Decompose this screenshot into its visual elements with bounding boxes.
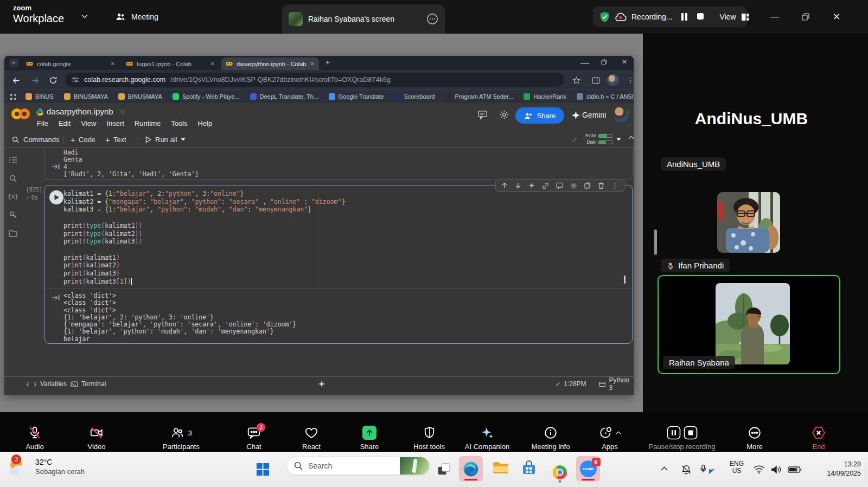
files-folder-icon[interactable] — [8, 228, 18, 238]
browser-menu-kebab-icon[interactable]: ⋮ — [624, 74, 634, 87]
apps-button[interactable]: Apps — [587, 414, 633, 450]
taskbar-ms-store-icon[interactable] — [521, 460, 537, 476]
battery-icon[interactable] — [788, 466, 802, 473]
gemini-sparkle-icon[interactable] — [571, 111, 580, 120]
side-panel-icon[interactable] — [589, 74, 602, 87]
run-all-button[interactable]: Run all — [145, 131, 186, 148]
bookmark-item[interactable]: BINUSMAYA — [118, 93, 162, 100]
do-not-disturb-bell-icon[interactable] — [680, 464, 692, 476]
variables-pane-button[interactable]: { }Variables — [26, 377, 67, 391]
bookmark-item[interactable]: BINUSMAYA — [64, 93, 108, 100]
back-icon[interactable] — [10, 74, 23, 87]
forward-icon[interactable] — [28, 74, 41, 87]
taskbar-file-explorer-icon[interactable] — [493, 462, 509, 476]
bookmark-item[interactable]: Program ATM Seder... — [445, 93, 513, 100]
security-shield-icon[interactable] — [599, 11, 610, 23]
bookmark-item[interactable]: stdio.h « C / ANSI-C — [577, 93, 634, 100]
menu-help[interactable]: Help — [198, 119, 213, 127]
colab-account-avatar[interactable] — [613, 106, 629, 123]
gemini-label[interactable]: Gemini — [582, 111, 606, 119]
tray-expand-chevron-icon[interactable] — [661, 466, 668, 471]
apps-grid-icon[interactable] — [10, 93, 17, 100]
wifi-icon[interactable] — [753, 465, 765, 474]
menu-file[interactable]: File — [37, 119, 48, 127]
chat-button[interactable]: 3 Chat — [233, 414, 275, 450]
colab-logo-icon[interactable] — [11, 108, 30, 120]
meeting-info-button[interactable]: Meeting info — [522, 414, 579, 450]
tray-language-switcher[interactable]: ENG US — [727, 460, 746, 475]
bookmark-item[interactable]: Google Translate — [329, 93, 384, 100]
resources-dropdown-icon[interactable] — [616, 138, 621, 141]
tray-clock[interactable]: 13:28 14/09/2025 — [811, 460, 861, 478]
editor-overview-marker[interactable] — [624, 275, 626, 284]
panel-scrollbar[interactable] — [654, 229, 657, 255]
menu-view[interactable]: View — [81, 119, 96, 127]
notebook-filename[interactable]: dasarpython.ipynb — [47, 107, 113, 116]
comments-icon[interactable] — [477, 110, 488, 120]
bookmark-item[interactable]: BINUS — [25, 93, 54, 100]
bookmark-item[interactable]: DeepL Translate: Th... — [250, 93, 318, 100]
window-minimize-button[interactable]: — — [762, 0, 787, 34]
browser-close-button[interactable]: ✕ — [622, 58, 627, 66]
reload-icon[interactable] — [47, 74, 60, 87]
run-cell-button[interactable] — [49, 190, 63, 204]
taskbar-zoom-icon[interactable]: zoom 6 — [576, 456, 600, 482]
new-tab-button[interactable]: + — [326, 58, 330, 67]
browser-tab-1[interactable]: colab.google ✕ — [22, 57, 119, 70]
colab-share-button[interactable]: Share — [515, 107, 564, 124]
site-info-icon[interactable] — [72, 76, 79, 84]
participant-tile-1[interactable]: AndiNus_UMB — [661, 157, 726, 171]
mic-in-use-icon[interactable] — [700, 464, 716, 475]
weather-widget[interactable]: 3 32°C Sebagian cerah — [8, 456, 85, 477]
browser-minimize-button[interactable]: — — [580, 58, 589, 68]
start-button[interactable] — [256, 463, 270, 476]
pause-recording-button[interactable] — [681, 13, 687, 21]
add-text-button[interactable]: +Text — [105, 131, 126, 148]
view-label[interactable]: View — [719, 12, 736, 21]
add-code-button[interactable]: +Code — [71, 131, 95, 148]
ai-companion-button[interactable]: AI Companion — [457, 414, 517, 450]
tab-meeting[interactable]: Meeting — [115, 0, 158, 34]
host-tools-button[interactable]: Host tools — [406, 414, 452, 450]
workspace-chevron-down-icon[interactable] — [81, 14, 88, 18]
tab-shared-screen[interactable]: Raihan Syabana's screen — [282, 4, 445, 34]
task-view-button[interactable] — [437, 463, 451, 476]
url-bar[interactable]: colab.research.google.com/drive/1QsVLVno… — [65, 73, 564, 87]
menu-edit[interactable]: Edit — [59, 119, 71, 127]
tab-list-chevron-icon[interactable] — [9, 59, 18, 67]
gemini-status-sparkle-icon[interactable] — [318, 377, 326, 391]
bookmark-star-icon[interactable] — [570, 74, 583, 87]
show-desktop-sliver[interactable] — [865, 458, 865, 482]
apps-chevron-icon[interactable] — [616, 431, 621, 434]
taskbar-search[interactable]: Search — [286, 457, 430, 475]
share-tab-more-icon[interactable] — [426, 13, 438, 25]
participant-tile-3-active-speaker[interactable]: Raihan Syabana — [658, 275, 840, 374]
window-close-button[interactable]: ✕ — [824, 0, 849, 34]
browser-tab-2[interactable]: tugas1.ipynb - Colab ✕ — [122, 57, 219, 70]
secrets-key-icon[interactable] — [8, 210, 18, 220]
resources-gauge[interactable]: RAM Disk — [584, 133, 612, 145]
menu-insert[interactable]: Insert — [106, 119, 124, 127]
browser-tab-3-active[interactable]: dasarpython.ipynb - Colab ✕ — [221, 57, 319, 70]
audio-button[interactable]: Audio — [15, 414, 54, 450]
bookmark-item[interactable]: HackerRank — [524, 93, 566, 100]
end-meeting-button[interactable]: End — [799, 414, 838, 450]
collapse-header-icon[interactable] — [628, 136, 634, 139]
browser-profile-avatar[interactable] — [607, 74, 620, 87]
tab-close-icon[interactable]: ✕ — [310, 61, 315, 67]
kernel-selector[interactable]: Python 3 — [599, 377, 634, 391]
react-button[interactable]: React — [292, 414, 331, 450]
code-editor[interactable]: kalimat1 = {1:"belajar", 2:"python", 3:"… — [45, 185, 632, 289]
terminal-pane-button[interactable]: Terminal — [71, 377, 106, 391]
variables-inspector-icon[interactable]: {x} — [8, 191, 18, 201]
video-button[interactable]: Video — [77, 414, 116, 450]
share-screen-button[interactable]: Share — [350, 414, 389, 450]
window-restore-button[interactable] — [793, 0, 818, 34]
volume-icon[interactable] — [770, 465, 782, 475]
taskbar-chrome-icon[interactable] — [551, 460, 569, 484]
menu-runtime[interactable]: Runtime — [135, 119, 161, 127]
participants-button[interactable]: 3 Participants — [152, 414, 210, 450]
settings-gear-icon[interactable] — [499, 110, 509, 120]
tab-close-icon[interactable]: ✕ — [210, 61, 215, 67]
bookmark-item[interactable]: Scoreboard — [394, 93, 435, 100]
